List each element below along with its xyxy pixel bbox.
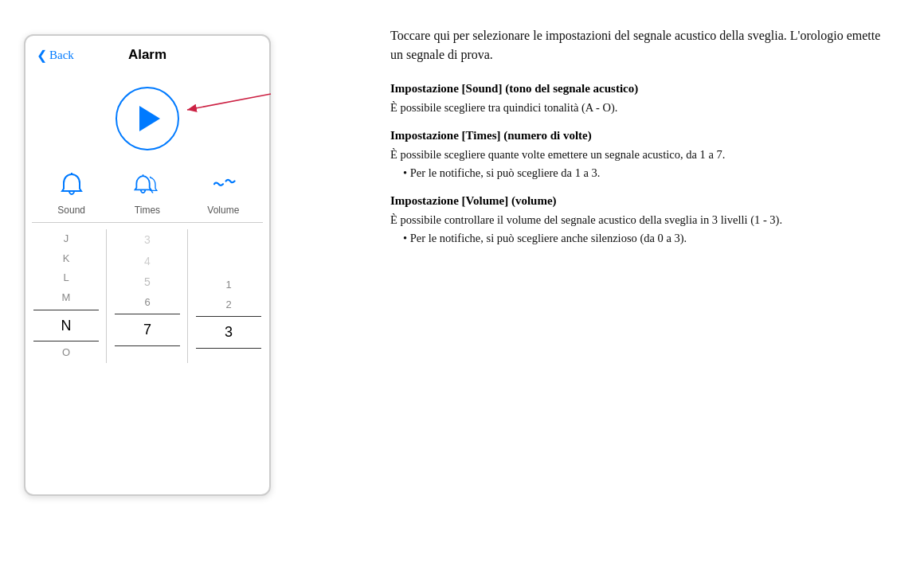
picker-item: O	[25, 343, 107, 363]
picker-item: 3	[107, 229, 188, 251]
picker-selected-times: 7	[107, 316, 188, 343]
section-volume-bullet-0: Per le notifiche, si può scegliere anche…	[403, 229, 892, 247]
play-button[interactable]	[116, 87, 179, 150]
picker-selected-sound: N	[25, 312, 107, 339]
volume-icon-item[interactable]: Volume	[191, 170, 255, 216]
section-sound-title: Impostazione [Sound] (tono del segnale a…	[390, 82, 892, 96]
icons-row: Sound Times	[25, 170, 269, 222]
bell-double-icon	[131, 170, 163, 201]
back-button[interactable]: ❮ Back	[37, 48, 74, 63]
volume-picker-col[interactable]: 1 2 3	[188, 229, 269, 363]
section-times-title: Impostazione [Times] (numero di volte)	[390, 129, 892, 142]
phone-header: ❮ Back Alarm	[25, 36, 269, 71]
main-container: ❮ Back Alarm	[24, 18, 900, 544]
play-section	[25, 71, 269, 170]
section-times-body: È possibile scegliere quante volte emett…	[390, 146, 892, 181]
picker-select-top	[33, 310, 99, 310]
picker-select-bottom	[33, 341, 99, 341]
picker-item: 6	[107, 293, 188, 313]
back-label: Back	[49, 49, 74, 62]
play-icon	[139, 106, 160, 131]
section-volume: Impostazione [Volume] (volume) È possibi…	[390, 194, 892, 260]
picker-select-top	[196, 316, 261, 317]
picker-container[interactable]: J K L M N O 3 4 5 6 7	[25, 223, 269, 369]
section-sound: Impostazione [Sound] (tono del segnale a…	[390, 82, 892, 129]
times-label: Times	[135, 205, 160, 216]
phone-mockup: ❮ Back Alarm	[24, 34, 271, 496]
picker-select-top	[115, 314, 180, 314]
picker-item: J	[25, 229, 107, 249]
picker-select-bottom	[115, 345, 180, 346]
picker-item	[188, 260, 269, 275]
picker-select-bottom	[196, 348, 261, 349]
volume-label: Volume	[207, 205, 239, 216]
section-volume-title: Impostazione [Volume] (volume)	[390, 194, 892, 208]
section-volume-body: È possibile controllare il volume del se…	[390, 211, 892, 247]
times-icon-item[interactable]: Times	[116, 170, 179, 216]
right-panel: Toccare qui per selezionare le impostazi…	[366, 18, 900, 267]
picker-item: M	[25, 288, 107, 308]
picker-item: 2	[188, 295, 269, 315]
picker-selected-volume: 3	[188, 318, 269, 345]
section-times-bullet-0: Per le notifiche, si può scegliere da 1 …	[403, 164, 892, 181]
page-title: Alarm	[128, 47, 166, 63]
sound-icon-item[interactable]: Sound	[40, 170, 104, 216]
picker-item: 1	[188, 275, 269, 295]
section-times-main: È possibile scegliere quante volte emett…	[390, 146, 892, 163]
times-picker-col[interactable]: 3 4 5 6 7	[107, 229, 188, 363]
picker-item	[188, 229, 269, 260]
picker-item: 4	[107, 251, 188, 272]
waves-icon	[207, 170, 239, 201]
section-volume-main: È possibile controllare il volume del se…	[390, 211, 892, 228]
picker-item: 5	[107, 271, 188, 293]
sound-label: Sound	[57, 205, 85, 216]
picker-item: K	[25, 249, 107, 269]
picker-item: L	[25, 268, 107, 288]
bell-single-icon	[56, 170, 88, 201]
sound-picker-col[interactable]: J K L M N O	[25, 229, 107, 363]
phone-area: ❮ Back Alarm	[24, 18, 366, 496]
section-sound-body: È possibile scegliere tra quindici tonal…	[390, 99, 892, 116]
section-times: Impostazione [Times] (numero di volte) È…	[390, 129, 892, 194]
callout-text: Toccare qui per selezionare le impostazi…	[390, 26, 892, 64]
back-chevron-icon: ❮	[37, 48, 47, 63]
